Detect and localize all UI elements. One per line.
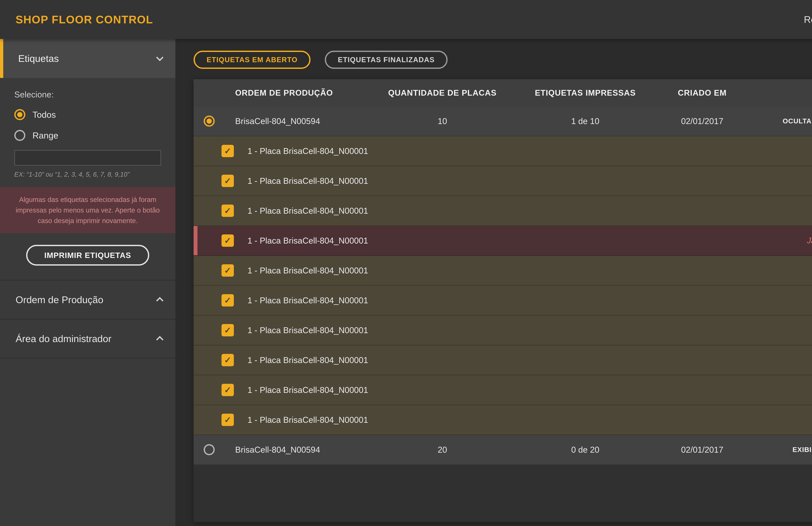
radio-unselected-icon bbox=[204, 444, 215, 455]
checkbox-checked-icon[interactable]: ✓ bbox=[221, 145, 234, 157]
action-verb: EXIBIR bbox=[793, 446, 812, 454]
detail-row: ✓ 1 - Placa BrisaCell-804_N00001 bbox=[193, 286, 812, 316]
detail-row: ✓ 1 - Placa BrisaCell-804_N00001 bbox=[193, 375, 812, 405]
detail-label: 1 - Placa BrisaCell-804_N00001 bbox=[247, 385, 368, 395]
orders-table: ORDEM DE PRODUÇÃO QUANTIDADE DE PLACAS E… bbox=[193, 79, 812, 522]
checkbox-checked-icon[interactable]: ✓ bbox=[221, 205, 234, 217]
app-title: SHOP FLOOR CONTROL bbox=[16, 13, 153, 26]
sidebar: Etiquetas Selecione: Todos Range EX: “1-… bbox=[0, 39, 175, 526]
detail-label: 1 - Placa BrisaCell-804_N00001 bbox=[247, 176, 368, 186]
sidebar-item-ordem-label: Ordem de Produção bbox=[16, 294, 103, 305]
order-created: 02/01/2017 bbox=[640, 116, 764, 126]
order-name: BrisaCell-804_N00594 bbox=[225, 445, 355, 455]
detail-label: 1 - Placa BrisaCell-804_N00001 bbox=[247, 325, 368, 335]
order-radio[interactable] bbox=[193, 444, 225, 455]
radio-todos-label: Todos bbox=[32, 109, 56, 120]
range-input[interactable] bbox=[14, 150, 161, 165]
order-printed: 0 de 20 bbox=[530, 445, 640, 455]
radio-range-control bbox=[14, 130, 25, 141]
detail-row: ✓ 1 - Placa BrisaCell-804_N00001 bbox=[193, 166, 812, 196]
detail-label: 1 - Placa BrisaCell-804_N00001 bbox=[247, 355, 368, 365]
detail-row: ✓ 1 - Placa BrisaCell-804_N00001 bbox=[193, 316, 812, 346]
radio-todos-control bbox=[14, 109, 25, 120]
chevron-down-icon bbox=[156, 54, 163, 61]
col-header-qty: QUANTIDADE DE PLACAS bbox=[355, 88, 530, 98]
checkbox-checked-icon[interactable]: ✓ bbox=[221, 414, 234, 426]
checkbox-checked-icon[interactable]: ✓ bbox=[221, 294, 234, 307]
toggle-detail-list-button[interactable]: OCULTAR LISTA DETALHADA bbox=[764, 117, 812, 125]
tab-etiquetas-em-aberto[interactable]: ETIQUETAS EM ABERTO bbox=[193, 50, 310, 69]
user-name: Rogério Mendes (ADM) bbox=[804, 14, 812, 25]
already-printed-badge: Já impresso (12/01/2017) bbox=[807, 236, 812, 245]
action-verb: OCULTAR bbox=[783, 117, 812, 125]
detail-label: 1 - Placa BrisaCell-804_N00001 bbox=[247, 146, 368, 156]
select-label: Selecione: bbox=[14, 90, 161, 99]
detail-row-already-printed: ✓ 1 - Placa BrisaCell-804_N00001 Já impr… bbox=[193, 226, 812, 256]
order-row: BrisaCell-804_N00594 20 0 de 20 02/01/20… bbox=[193, 435, 812, 465]
radio-range[interactable]: Range bbox=[14, 130, 161, 141]
user-menu[interactable]: Rogério Mendes (ADM) bbox=[804, 14, 812, 25]
detail-row: ✓ 1 - Placa BrisaCell-804_N00001 bbox=[193, 256, 812, 286]
range-hint: EX: “1-10” ou “1, 2, 3, 4, 5, 6, 7, 8, 9… bbox=[14, 171, 161, 178]
col-header-printed: ETIQUETAS IMPRESSAS bbox=[530, 88, 640, 98]
reprint-warning: Algumas das etiquetas selecionadas já fo… bbox=[0, 187, 175, 233]
order-row: BrisaCell-804_N00594 10 1 de 10 02/01/20… bbox=[193, 106, 812, 136]
checkbox-checked-icon[interactable]: ✓ bbox=[221, 384, 234, 396]
detail-label: 1 - Placa BrisaCell-804_N00001 bbox=[247, 236, 368, 246]
tabs: ETIQUETAS EM ABERTO ETIQUETAS FINALIZADA… bbox=[193, 50, 812, 69]
detail-label: 1 - Placa BrisaCell-804_N00001 bbox=[247, 266, 368, 275]
detail-row: ✓ 1 - Placa BrisaCell-804_N00001 bbox=[193, 405, 812, 435]
detail-label: 1 - Placa BrisaCell-804_N00001 bbox=[247, 295, 368, 305]
order-printed: 1 de 10 bbox=[530, 116, 640, 126]
order-qty: 20 bbox=[355, 445, 530, 455]
col-header-order: ORDEM DE PRODUÇÃO bbox=[225, 88, 355, 98]
sidebar-item-ordem-producao[interactable]: Ordem de Produção bbox=[0, 280, 175, 320]
print-labels-button[interactable]: IMPRIMIR ETIQUETAS bbox=[26, 245, 149, 266]
detail-label: 1 - Placa BrisaCell-804_N00001 bbox=[247, 415, 368, 425]
radio-range-label: Range bbox=[32, 130, 58, 141]
sidebar-item-etiquetas-label: Etiquetas bbox=[18, 53, 59, 64]
chevron-up-icon bbox=[156, 336, 163, 343]
sidebar-item-admin-label: Área do administrador bbox=[16, 333, 112, 344]
order-name: BrisaCell-804_N00594 bbox=[225, 116, 355, 126]
detail-row: ✓ 1 - Placa BrisaCell-804_N00001 bbox=[193, 346, 812, 375]
col-header-created: CRIADO EM bbox=[640, 88, 764, 98]
radio-selected-icon bbox=[204, 116, 215, 127]
top-bar: SHOP FLOOR CONTROL Rogério Mendes (ADM) bbox=[0, 0, 812, 39]
main-content: ETIQUETAS EM ABERTO ETIQUETAS FINALIZADA… bbox=[175, 39, 812, 526]
chevron-up-icon bbox=[156, 297, 163, 304]
sidebar-item-area-admin[interactable]: Área do administrador bbox=[0, 320, 175, 359]
radio-todos[interactable]: Todos bbox=[14, 109, 161, 120]
table-header-row: ORDEM DE PRODUÇÃO QUANTIDADE DE PLACAS E… bbox=[193, 79, 812, 106]
checkbox-checked-icon[interactable]: ✓ bbox=[221, 175, 234, 187]
order-created: 02/01/2017 bbox=[640, 445, 764, 455]
sidebar-item-etiquetas[interactable]: Etiquetas bbox=[0, 39, 175, 78]
checkbox-checked-icon[interactable]: ✓ bbox=[221, 234, 234, 247]
detail-label: 1 - Placa BrisaCell-804_N00001 bbox=[247, 206, 368, 216]
detail-row: ✓ 1 - Placa BrisaCell-804_N00001 bbox=[193, 196, 812, 226]
order-qty: 10 bbox=[355, 116, 530, 126]
toggle-detail-list-button[interactable]: EXIBIR LISTA DETALHADA bbox=[764, 446, 812, 454]
etiquetas-panel: Selecione: Todos Range EX: “1-10” ou “1,… bbox=[0, 78, 175, 280]
checkbox-checked-icon[interactable]: ✓ bbox=[221, 264, 234, 277]
checkbox-checked-icon[interactable]: ✓ bbox=[221, 324, 234, 336]
detail-row: ✓ 1 - Placa BrisaCell-804_N00001 bbox=[193, 136, 812, 166]
tab-etiquetas-finalizadas[interactable]: ETIQUETAS FINALIZADAS bbox=[325, 50, 448, 69]
order-radio[interactable] bbox=[193, 116, 225, 127]
checkbox-checked-icon[interactable]: ✓ bbox=[221, 354, 234, 366]
